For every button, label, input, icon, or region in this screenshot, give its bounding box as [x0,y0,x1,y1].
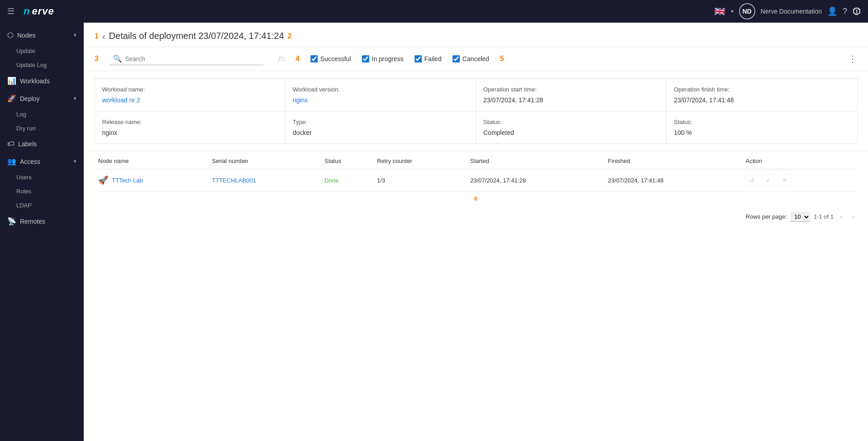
retry-button[interactable]: ↺ [746,174,758,187]
filter-canceled[interactable]: Canceled [453,55,489,62]
cancel-button[interactable]: ✕ [778,174,791,187]
filter-in-progress-checkbox[interactable] [362,55,369,62]
filter-icon[interactable]: ⧸◻ [278,55,285,63]
card-label-type: Type: [293,119,468,125]
prev-page-button[interactable]: ‹ [837,211,845,222]
sidebar-item-roles[interactable]: Roles [0,184,84,198]
sidebar: ⬡ Nodes ▾ Update Update Log 📊 Workloads … [0,23,84,441]
sidebar-item-dry-run[interactable]: Dry run [0,121,84,135]
step6-badge: 6 [84,192,868,206]
logo: nerve [24,5,54,17]
card-operation-finish: Operation finish time: 23/07/2024, 17:41… [666,78,857,111]
td-node-name-link[interactable]: TTTech Lab [112,177,143,184]
sidebar-item-access[interactable]: 👥 Access ▾ [0,153,84,170]
language-flag[interactable]: 🇬🇧 [714,6,725,17]
nodes-chevron-icon: ▾ [74,32,76,38]
filter-successful-checkbox[interactable] [310,55,318,62]
filter-in-progress[interactable]: In progress [362,55,404,62]
logout-icon[interactable]: ⏼ [853,7,861,16]
sidebar-label-remotes: Remotes [20,218,45,225]
deploy-chevron-icon: ▾ [74,96,76,101]
card-label-status-1: Status: [483,119,659,125]
cards-grid: Workload name: workload nr 2 Workload ve… [84,71,868,151]
col-action: Action [742,153,857,169]
pagination-range: 1-1 of 1 [814,213,834,220]
sidebar-item-users[interactable]: Users [0,170,84,184]
card-type: Type: docker [285,111,476,144]
card-value-workload-version[interactable]: nginx [293,96,468,104]
sidebar-item-deploy[interactable]: 🚀 Deploy ▾ [0,90,84,107]
deploy-icon: 🚀 [7,94,16,103]
user-avatar[interactable]: ND [739,3,755,19]
rows-per-page-select[interactable]: 10 25 50 [791,212,810,222]
step4-badge: 4 [296,55,300,63]
nodes-icon: ⬡ [7,31,14,39]
filter-canceled-label: Canceled [463,55,489,62]
card-value-type: docker [293,129,468,136]
page-title: Details of deployment 23/07/2024, 17:41:… [109,31,284,41]
search-input[interactable] [125,55,260,62]
card-value-operation-start: 23/07/2024, 17:41:28 [483,96,659,104]
labels-icon: 🏷 [7,140,14,148]
nerve-documentation-link[interactable]: Nerve Documentation [761,8,822,15]
workloads-icon: 📊 [7,77,16,85]
card-label-operation-start: Operation start time: [483,86,659,93]
col-finished: Finished [604,153,742,169]
hamburger-icon[interactable]: ☰ [7,6,14,16]
remotes-icon: 📡 [7,217,16,225]
td-started: 23/07/2024, 17:41:28 [467,169,604,192]
col-status: Status [321,153,373,169]
card-value-release-name: nginx [102,129,278,136]
sidebar-label-workloads: Workloads [20,77,50,85]
card-status-1: Status: Completed [476,111,667,144]
sidebar-item-remotes[interactable]: 📡 Remotes [0,212,84,230]
card-label-operation-finish: Operation finish time: [674,86,849,93]
back-button[interactable]: ‹ [102,32,105,41]
step1-badge: 1 [95,32,99,40]
sidebar-item-log[interactable]: Log [0,107,84,121]
main-area: ⬡ Nodes ▾ Update Update Log 📊 Workloads … [0,23,868,441]
sidebar-item-labels[interactable]: 🏷 Labels [0,135,84,153]
filter-bar: 3 🔍 ⧸◻ 4 Successful In progress Failed [84,47,868,71]
card-operation-start: Operation start time: 23/07/2024, 17:41:… [476,78,667,111]
card-label-workload-version: Workload version: [293,86,468,93]
filter-successful[interactable]: Successful [310,55,351,62]
sidebar-item-nodes[interactable]: ⬡ Nodes ▾ [0,26,84,44]
next-page-button[interactable]: › [849,211,857,222]
language-chevron-icon[interactable]: ▾ [731,8,734,14]
table-wrap: Node name Serial number Status Retry cou… [84,153,868,192]
search-wrap: 🔍 [110,53,263,65]
card-workload-name: Workload name: workload nr 2 [95,78,286,111]
sidebar-item-ldap[interactable]: LDAP [0,198,84,212]
access-chevron-icon: ▾ [74,158,76,164]
sidebar-item-update-log[interactable]: Update Log [0,58,84,72]
card-value-workload-name[interactable]: workload nr 2 [102,96,278,104]
help-icon[interactable]: ? [843,7,847,16]
filter-canceled-checkbox[interactable] [453,55,460,62]
td-action: ↺ ✓ ✕ [742,169,857,192]
page-header: 1 ‹ Details of deployment 23/07/2024, 17… [84,23,868,47]
td-node-name: 🚀 TTTech Lab [95,169,208,192]
td-retry-counter: 1/3 [373,169,467,192]
search-icon: 🔍 [113,54,122,63]
card-workload-version: Workload version: nginx [285,78,476,111]
card-status-2: Status: 100 % [666,111,857,144]
content-area: 1 ‹ Details of deployment 23/07/2024, 17… [84,23,868,441]
user-profile-icon[interactable]: 👤 [827,6,837,16]
filter-failed-checkbox[interactable] [415,55,422,62]
sidebar-item-workloads[interactable]: 📊 Workloads [0,72,84,90]
td-serial-number-link[interactable]: TTTECHLAB001 [212,177,256,184]
pagination-bar: Rows per page: 10 25 50 1-1 of 1 ‹ › [84,206,868,228]
access-icon: 👥 [7,157,16,166]
step3-badge: 3 [95,55,99,63]
sidebar-label-deploy: Deploy [20,95,40,102]
card-value-operation-finish: 23/07/2024, 17:41:48 [674,96,849,104]
more-options-icon[interactable]: ⋮ [848,53,857,64]
approve-button[interactable]: ✓ [762,174,775,187]
td-serial-number: TTTECHLAB001 [208,169,321,192]
card-value-status-2: 100 % [674,129,849,136]
step5-badge: 5 [500,55,504,63]
node-rocket-icon: 🚀 [98,175,108,185]
sidebar-item-update[interactable]: Update [0,44,84,58]
filter-failed[interactable]: Failed [415,55,442,62]
